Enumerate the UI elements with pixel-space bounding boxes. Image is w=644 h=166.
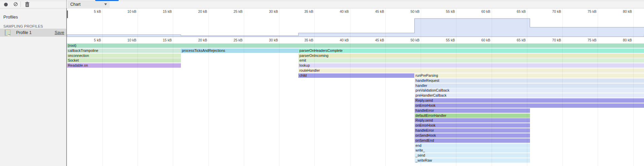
flame-bar-label: handleRequest [415, 78, 644, 83]
flame-bar[interactable]: preHandlerCallback [415, 93, 644, 98]
flame-bar[interactable]: onErrorHook [415, 103, 644, 108]
flame-bar[interactable]: write_ [415, 148, 530, 153]
ruler-tick-label: 60 kB [470, 38, 490, 42]
ruler-tick-label: 70 kB [541, 38, 561, 42]
ruler-tick-label: 15 kB [152, 38, 172, 42]
ruler-tick-label: 25 kB [222, 9, 242, 13]
flame-bar[interactable]: handleError [415, 108, 530, 113]
flame-bar-label: child [298, 73, 414, 78]
profile-list-item[interactable]: % Profile 1 Save [0, 29, 66, 37]
flame-bar-label: Readable.on [67, 63, 181, 68]
flame-bar-label: parserOnHeadersComplete [298, 48, 644, 53]
ruler-tick-label: 40 kB [329, 9, 349, 13]
flame-bar[interactable]: onSendHook [415, 133, 530, 138]
delete-profile-icon[interactable] [25, 2, 30, 7]
ruler-tick-label: 50 kB [400, 38, 420, 42]
flame-bar-label: end [415, 143, 530, 148]
flame-bar[interactable]: preValidationCallback [415, 88, 644, 93]
flame-bar[interactable]: (root) [67, 43, 644, 48]
chart-view-select[interactable]: Chart [68, 1, 110, 8]
flame-bar[interactable]: _send [415, 153, 530, 158]
profile-icon: % [5, 30, 10, 36]
ruler-tick-label: 35 kB [293, 38, 313, 42]
flame-bar-label: onconnection [67, 54, 181, 58]
devtools-memory-panel: Chart Profiles SAMPLING PROFILES % Profi… [0, 0, 644, 166]
flame-bar-label: Reply.send [415, 98, 644, 103]
flame-bar-label: Reply.send [415, 118, 530, 123]
ruler-tick-label: 45 kB [364, 38, 384, 42]
ruler-tick-label: 50 kB [400, 9, 420, 13]
flame-bar[interactable]: lookup [298, 63, 644, 68]
ruler-tick-label: 45 kB [364, 9, 384, 13]
flame-bar[interactable]: Reply.send [415, 98, 644, 103]
save-link[interactable]: Save [55, 30, 65, 35]
chevron-down-icon [104, 3, 107, 5]
selection-grip[interactable] [67, 10, 68, 18]
flame-bar-label: callbackTrampoline [67, 48, 181, 53]
flame-bar[interactable]: end [415, 143, 530, 148]
flame-bar-label: onSendEnd [415, 138, 530, 143]
ruler-tick-label: 25 kB [222, 38, 242, 42]
flame-bar[interactable]: callbackTrampoline [67, 48, 181, 53]
ruler-tick-label: 80 kB [612, 38, 632, 42]
flame-bar[interactable]: handler [415, 84, 644, 88]
ruler-tick-label: 65 kB [505, 9, 526, 13]
ruler-tick-label: 10 kB [116, 38, 137, 42]
ruler-tick-label: 65 kB [505, 38, 526, 42]
profiles-sidebar: Profiles SAMPLING PROFILES % Profile 1 S… [0, 8, 67, 166]
ruler-tick-label: 5 kB [81, 38, 101, 42]
flame-bar-label: parserOnIncoming [298, 54, 644, 58]
ruler-tick-label: 55 kB [435, 38, 455, 42]
ruler-tick-label: 10 kB [116, 9, 137, 13]
flame-bar[interactable]: processTicksAndRejections [181, 48, 298, 53]
flame-bar-label: processTicksAndRejections [181, 48, 298, 53]
flame-bar-label: preHandlerCallback [415, 93, 644, 98]
flame-chart-pane: (root)callbackTrampolineprocessTicksAndR… [67, 8, 644, 166]
flame-bar-label: onSendHook [415, 133, 530, 138]
ruler-tick-label: 70 kB [541, 9, 561, 13]
flame-bar[interactable]: parserOnIncoming [298, 54, 644, 58]
ruler-tick-label: 30 kB [258, 9, 278, 13]
flame-bar[interactable]: onSendEnd [415, 138, 530, 143]
record-button[interactable] [4, 3, 8, 6]
flame-bar[interactable]: runPreParsing [415, 73, 644, 78]
flame-bar-label: _writeRaw [415, 158, 530, 163]
profiler-toolbar: Chart [0, 0, 644, 8]
flame-bar-label: handleError [415, 128, 530, 133]
flame-bar[interactable]: onconnection [67, 54, 181, 58]
flame-bar[interactable]: child [298, 73, 414, 78]
flame-bar-label: runPreParsing [415, 73, 644, 78]
flame-bar[interactable]: Reply.send [415, 118, 530, 123]
flame-bar-label: onErrorHook [415, 103, 644, 108]
flame-bar-label: onErrorHook [415, 123, 530, 128]
ruler-tick-label: 30 kB [258, 38, 278, 42]
flame-bar-label: write_ [415, 148, 530, 153]
flame-bar[interactable]: Socket [67, 58, 181, 63]
pane-divider [66, 0, 67, 8]
ruler-tick-label: 75 kB [576, 9, 597, 13]
chart-view-select-value: Chart [70, 2, 81, 7]
toolbar-separator [21, 1, 21, 7]
flame-bar[interactable]: onErrorHook [415, 123, 530, 128]
flame-bar[interactable]: routeHandler [298, 68, 644, 73]
flame-bar-label: routeHandler [298, 68, 644, 73]
flame-bar-label: handleError [415, 108, 530, 113]
flame-bar[interactable]: defaultErrorHandler [415, 113, 530, 118]
ruler-tick-label: 5 kB [81, 9, 101, 13]
flame-bar-label: _send [415, 153, 530, 158]
flame-bar[interactable]: emit [298, 58, 644, 63]
profile-name: Profile 1 [16, 30, 32, 35]
flame-bar[interactable]: handleRequest [415, 78, 644, 83]
flame-bar-label: emit [298, 58, 644, 63]
flame-bar[interactable]: _writeRaw [415, 158, 530, 163]
flame-bar[interactable]: parserOnHeadersComplete [298, 48, 644, 53]
flame-bar-label: preValidationCallback [415, 88, 644, 93]
ruler-tick-label: 60 kB [470, 9, 490, 13]
ruler-tick-label: 35 kB [293, 9, 313, 13]
flame-bar[interactable]: handleError [415, 128, 530, 133]
sampling-profiles-heading: SAMPLING PROFILES [3, 24, 43, 28]
flame-bar-label: defaultErrorHandler [415, 113, 530, 118]
clear-all-profiles-icon[interactable] [13, 2, 18, 6]
ruler-tick-label: 15 kB [152, 9, 172, 13]
flame-bar[interactable]: Readable.on [67, 63, 181, 68]
